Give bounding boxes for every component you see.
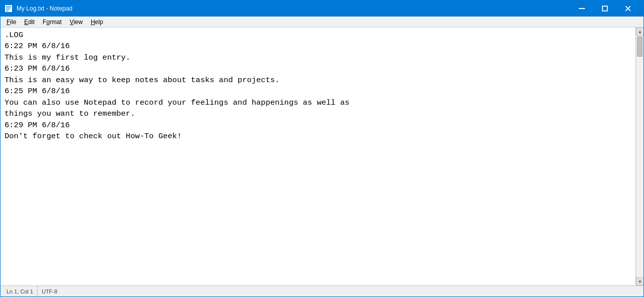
line-col-status: Ln 1, Col 1	[3, 286, 38, 296]
svg-rect-2	[6, 8, 11, 9]
scrollbar-thumb[interactable]	[637, 37, 642, 57]
svg-rect-6	[602, 6, 607, 11]
menu-file[interactable]: File	[3, 18, 20, 27]
status-bar: Ln 1, Col 1 UTF-8	[1, 285, 643, 296]
scrollbar: ▲ ▼	[635, 28, 643, 285]
menu-view[interactable]: View	[66, 18, 87, 27]
title-bar: My Log.txt - Notepad	[1, 1, 643, 17]
menu-bar: File Edit Format View Help	[1, 17, 643, 28]
close-button[interactable]	[616, 1, 639, 17]
scroll-down-arrow[interactable]: ▼	[636, 277, 643, 285]
window-controls	[570, 1, 639, 17]
text-editor[interactable]	[1, 28, 635, 285]
minimize-button[interactable]	[570, 1, 593, 17]
app-icon	[5, 5, 13, 13]
svg-rect-3	[6, 9, 10, 10]
menu-edit[interactable]: Edit	[20, 18, 39, 27]
notepad-window: My Log.txt - Notepad File Edit	[0, 0, 644, 297]
scrollbar-track[interactable]	[636, 36, 643, 277]
encoding-status: UTF-8	[38, 286, 61, 296]
maximize-button[interactable]	[593, 1, 616, 17]
scroll-up-arrow[interactable]: ▲	[636, 28, 643, 36]
menu-format[interactable]: Format	[39, 18, 66, 27]
window-title: My Log.txt - Notepad	[17, 5, 570, 12]
svg-rect-4	[6, 11, 9, 12]
svg-rect-1	[6, 6, 11, 7]
svg-rect-5	[579, 8, 585, 9]
menu-help[interactable]: Help	[87, 18, 107, 27]
editor-area: ▲ ▼	[1, 28, 643, 285]
